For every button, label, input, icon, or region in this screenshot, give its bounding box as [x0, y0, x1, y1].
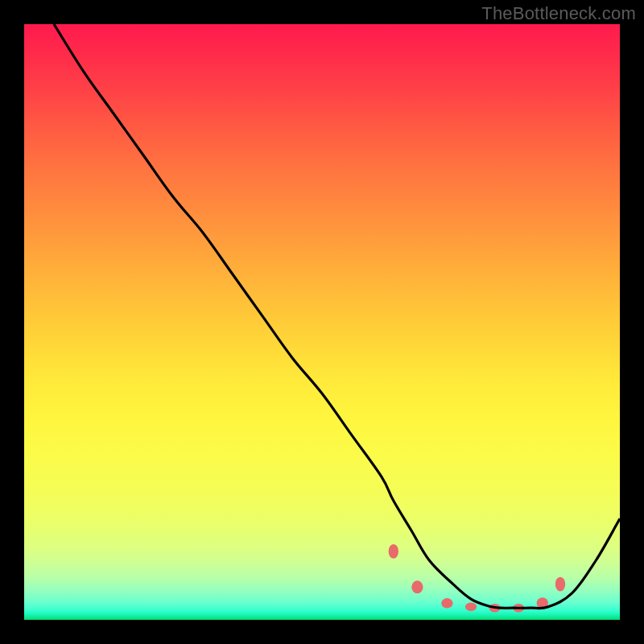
curve-marker [465, 602, 477, 611]
curve-marker [389, 544, 398, 559]
curve-marker [441, 598, 452, 608]
figure-frame: TheBottleneck.com [0, 0, 644, 644]
watermark-text: TheBottleneck.com [481, 3, 636, 24]
chart-svg [24, 24, 620, 620]
bottleneck-curve [54, 24, 620, 609]
curve-marker [411, 580, 423, 593]
curve-marker [555, 577, 565, 592]
plot-area [24, 24, 620, 620]
